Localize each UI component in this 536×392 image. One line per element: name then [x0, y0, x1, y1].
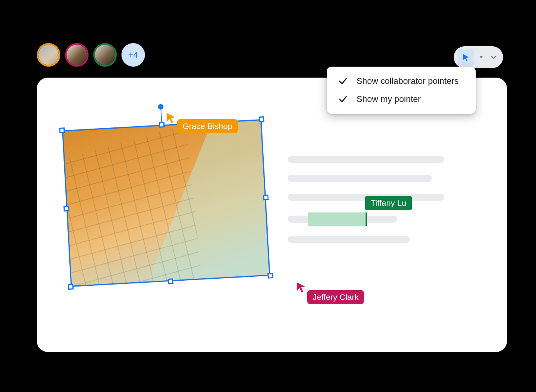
pointer-icon: [165, 112, 176, 123]
resize-handle[interactable]: [68, 284, 74, 290]
collaborator-label: Jeffery Clark: [307, 290, 364, 304]
text-placeholder-line: [288, 156, 444, 163]
collaborator-label: Grace Bishop: [177, 119, 238, 133]
resize-handle[interactable]: [159, 122, 165, 128]
chevron-down-icon: [490, 54, 497, 61]
slide-canvas[interactable]: Grace Bishop Tiffany Lu Jeffery Clark: [37, 78, 507, 352]
resize-handle[interactable]: [259, 116, 264, 122]
menu-item-show-my-pointer[interactable]: Show my pointer: [327, 90, 476, 108]
text-placeholder-block: Tiffany Lu: [288, 156, 444, 255]
pointer-options-menu: Show collaborator pointers Show my point…: [327, 67, 476, 114]
selected-image[interactable]: [66, 125, 266, 281]
menu-item-label: Show collaborator pointers: [357, 76, 458, 86]
resize-handle[interactable]: [267, 273, 273, 279]
resize-handle[interactable]: [168, 278, 174, 284]
text-placeholder-line: [288, 175, 432, 182]
avatar[interactable]: [37, 43, 60, 67]
image-content: [62, 119, 270, 287]
pointer-icon: [295, 281, 306, 292]
resize-handle[interactable]: [59, 127, 65, 133]
avatar-overflow-count[interactable]: +4: [121, 43, 145, 67]
collaborator-cursor-grace: Grace Bishop: [165, 112, 176, 123]
resize-handle[interactable]: [63, 206, 69, 212]
collaborator-avatars: +4: [37, 43, 145, 67]
pointer-icon: [462, 53, 470, 62]
avatar[interactable]: [93, 43, 117, 67]
pointer-tool-button[interactable]: [458, 49, 474, 65]
toolbar-more-button[interactable]: [488, 49, 499, 65]
rotation-handle[interactable]: [158, 104, 164, 110]
collaborator-label: Tiffany Lu: [365, 196, 412, 210]
check-icon: [338, 94, 348, 104]
check-icon: [338, 76, 348, 86]
menu-item-label: Show my pointer: [357, 94, 421, 104]
caret-down-icon: [478, 54, 484, 60]
resize-handle[interactable]: [263, 194, 269, 200]
collaborator-cursor-jeffery: Jeffery Clark: [295, 281, 306, 292]
text-placeholder-line: [288, 236, 410, 243]
pointer-toolbar: [454, 46, 503, 68]
pointer-tool-dropdown[interactable]: [476, 49, 487, 65]
avatar[interactable]: [65, 43, 89, 67]
menu-item-show-collaborator-pointers[interactable]: Show collaborator pointers: [327, 72, 476, 90]
collaborator-text-selection: [308, 212, 367, 226]
